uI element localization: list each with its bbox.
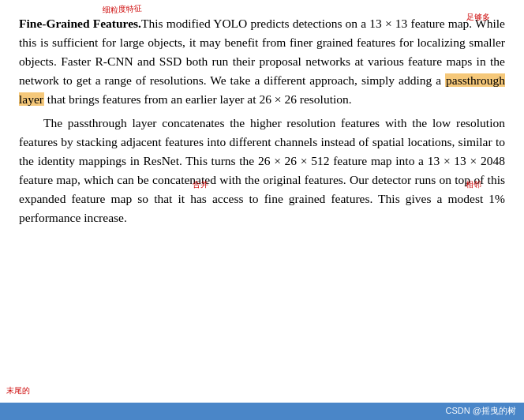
- paragraph2-text: The passthrough layer concatenates the h…: [19, 116, 505, 224]
- bottom-bar: CSDN @摇曳的树: [0, 403, 524, 420]
- section-title: Fine-Grained Features.: [19, 17, 141, 30]
- annotation-bottom-chinese: 末尾的: [6, 384, 30, 397]
- paragraph-1: Fine-Grained Features.This modified YOLO…: [19, 14, 505, 109]
- paragraph-2: The passthrough layer concatenates the h…: [19, 114, 505, 227]
- bottom-bar-text: CSDN @摇曳的树: [446, 404, 516, 418]
- paragraph1-text-after: that brings features from an earlier lay…: [44, 92, 352, 106]
- page-container: 细粒度特征 足够多 Fine-Grained Features.This mod…: [0, 0, 524, 420]
